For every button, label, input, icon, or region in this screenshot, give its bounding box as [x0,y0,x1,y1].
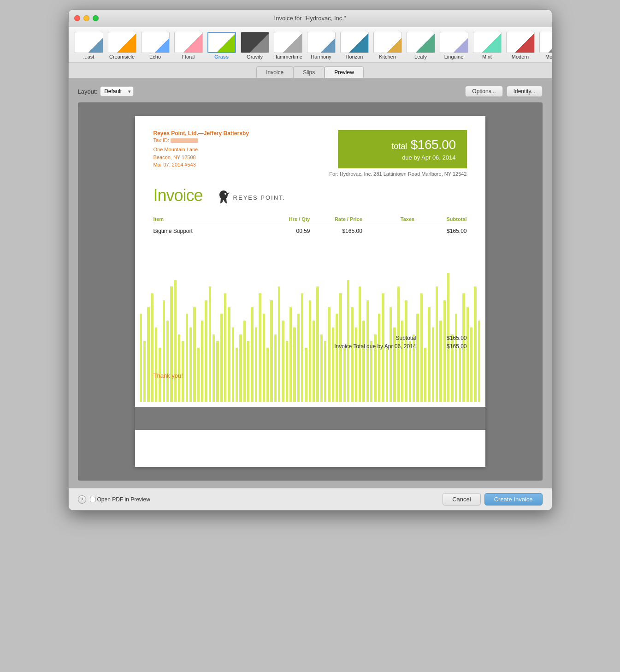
logo-area: REYES POINT. [217,190,286,205]
chart-bar [455,314,457,402]
chart-bar [174,280,177,402]
tab-invoice[interactable]: Invoice [256,66,293,78]
layout-select-wrapper[interactable]: Default [100,86,134,96]
window-controls [74,15,99,21]
template-item-gravity[interactable]: Gravity [239,31,271,60]
chart-bar [332,327,334,402]
template-item-grass[interactable]: Grass [206,31,237,60]
sender-address: One Mountain Lane Beacon, NY 12508 Mar 0… [154,146,249,169]
total-for-column: total $165.00 due by Apr 06, 2014 For: H… [329,130,466,177]
close-button[interactable] [74,15,80,21]
chart-bar [213,334,215,402]
template-item-linguine[interactable]: Linguine [438,31,470,60]
invoice-total-value: $165.00 [435,343,467,350]
template-item-creamsicle[interactable]: Creamsicle [106,31,138,60]
tab-preview[interactable]: Preview [325,66,364,78]
chart-bar [216,341,218,402]
template-item-kitchen[interactable]: Kitchen [372,31,403,60]
invoice-main: Reyes Point, Ltd.—Jeffery Battersby Tax … [135,116,485,245]
chart-bar [243,321,246,402]
template-thumb-mint [473,32,502,53]
total-display: total $165.00 [349,137,456,152]
template-item-echo[interactable]: Echo [140,31,171,60]
maximize-button[interactable] [93,15,99,21]
chart-bar [282,321,284,402]
invoice-total-row: Invoice Total due by Apr 06, 2014 $165.0… [334,343,466,350]
chart-bar [266,348,269,402]
template-item-floral[interactable]: Floral [173,31,204,60]
template-thumb-leafy [407,32,435,53]
chart-bar [236,348,238,402]
bars-container [135,264,485,402]
template-item-mosaic[interactable]: Mosaic [538,31,552,60]
chart-bar [474,286,476,402]
for-line: For: Hydrovac, Inc. 281 Lattintown Road … [329,171,466,177]
chart-bar [459,348,461,402]
chart-bar [147,307,149,402]
th-taxes: Taxes [362,216,414,222]
invoice-total-box: total $165.00 due by Apr 06, 2014 [338,130,467,168]
window-title: Invoice for "Hydrovac, Inc." [274,15,346,22]
template-item-leafy[interactable]: Leafy [405,31,437,60]
template-label-echo: Echo [149,54,161,59]
bottom-right: Cancel Create Invoice [443,493,542,505]
sender-taxid: Tax ID: [154,137,249,143]
chart-bar [324,341,326,402]
tab-slips[interactable]: Slips [293,66,325,78]
template-thumb-floral [174,32,203,53]
chart-bar [401,321,403,402]
chart-bar [293,327,295,402]
chart-bar [143,341,146,402]
chart-bar [297,314,300,402]
help-button[interactable]: ? [78,495,86,504]
chart-bar [224,293,226,402]
chart-bar [166,321,169,402]
chart-bar [251,307,253,402]
taxid-redacted [171,138,198,143]
td-qty: 00:59 [258,228,310,234]
chart-bar [140,314,142,402]
pdf-checkbox-label: Open PDF in Preview [90,496,150,503]
bottom-left: ? Open PDF in Preview [78,495,150,504]
template-item-hammertime[interactable]: Hammertime [272,31,304,60]
chart-bar [228,307,230,402]
template-item-horizon[interactable]: Horizon [339,31,370,60]
th-subtotal: Subtotal [414,216,466,222]
chart-bar [343,348,346,402]
create-invoice-button[interactable]: Create Invoice [484,493,543,505]
minimize-button[interactable] [83,15,89,21]
template-item-blast[interactable]: ...ast [73,31,105,60]
chart-bar [390,307,392,402]
template-label-leafy: Leafy [414,54,427,59]
chart-bar [255,327,257,402]
template-list: ...astCreamsicleEchoFloralGrassGravityHa… [69,31,552,60]
identity-button[interactable]: Identity... [507,86,543,97]
template-strip: ...astCreamsicleEchoFloralGrassGravityHa… [69,27,552,63]
table-header: Item Hrs / Qty Rate / Price Taxes Subtot… [154,214,467,224]
template-label-mint: Mint [482,54,492,59]
chart-bar [259,293,261,402]
template-thumb-mosaic [539,32,552,53]
cancel-button[interactable]: Cancel [443,493,480,505]
template-thumb-grass [207,32,236,53]
chart-bar [178,334,180,402]
thank-you-text: Thank you! [154,372,183,379]
template-item-modern[interactable]: Modern [505,31,536,60]
chart-bar [189,327,192,402]
pdf-checkbox[interactable] [90,497,95,502]
template-item-mint[interactable]: Mint [472,31,503,60]
th-qty: Hrs / Qty [258,216,310,222]
invoice-total-label: Invoice Total due by Apr 06, 2014 [334,343,416,350]
options-button[interactable]: Options... [465,86,502,97]
chart-bar [289,307,292,402]
template-label-blast: ...ast [83,54,94,59]
chart-bar [320,334,323,402]
preview-container: Reyes Point, Ltd.—Jeffery Battersby Tax … [78,102,543,481]
due-date: due by Apr 06, 2014 [349,154,456,161]
layout-select[interactable]: Default [100,86,134,96]
subtotal-row: Subtotal $165.00 [334,335,466,341]
titlebar: Invoice for "Hydrovac, Inc." [69,10,552,27]
template-thumb-horizon [340,32,369,53]
chart-bar [470,327,472,402]
template-item-harmony[interactable]: Harmony [306,31,337,60]
